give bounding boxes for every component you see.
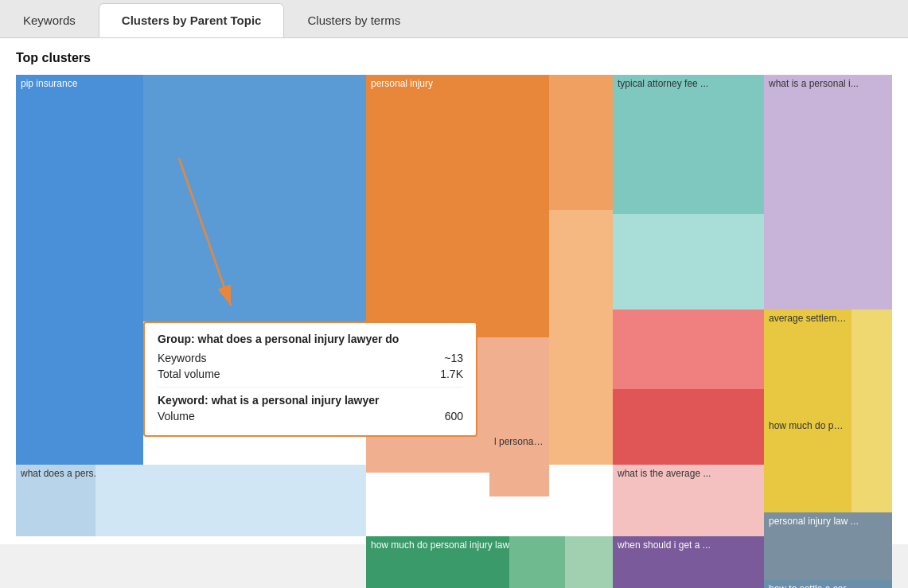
- treemap-cell-when-should-i-get[interactable]: when should i get a ...: [613, 536, 764, 588]
- treemap-cell-orange-med-small-2[interactable]: [581, 337, 613, 401]
- treemap-cell-blue-lighter-sub1[interactable]: [95, 465, 159, 500]
- treemap-cell-blue-lighter-sub5[interactable]: [310, 465, 366, 500]
- treemap-cell-green-sub3[interactable]: [509, 572, 565, 588]
- treemap-cell-how-to-settle-car[interactable]: how to settle a car ...: [764, 580, 892, 588]
- treemap-cell-blue-med-1[interactable]: [143, 75, 267, 321]
- treemap-cell-blue-lighter-sub10[interactable]: [310, 500, 366, 536]
- treemap-cell-blue-lighter-sub7[interactable]: [159, 500, 207, 536]
- tab-clusters-parent[interactable]: Clusters by Parent Topic: [99, 3, 285, 37]
- treemap-cell-blue-med-2[interactable]: [267, 75, 318, 218]
- treemap-cell-blue-med-3[interactable]: [318, 75, 366, 218]
- cell-label-how-to-settle-car: how to settle a car ...: [769, 583, 887, 588]
- cell-label-personal-injury: personal injury: [371, 78, 544, 89]
- tooltip-volume-row: Total volume 1.7K: [158, 368, 463, 380]
- treemap-cell-blue-lighter-sub9[interactable]: [255, 500, 310, 536]
- treemap-cell-average-settlement[interactable]: average settlement...: [764, 310, 851, 417]
- cell-label-pip-insurance: pip insurance: [21, 78, 138, 89]
- top-clusters-heading: Top clusters: [16, 51, 892, 65]
- treemap-cell-green-sub2[interactable]: [565, 536, 613, 572]
- treemap-cell-yellow-light-1[interactable]: [851, 310, 892, 361]
- treemap-cell-orange-small-1[interactable]: [549, 210, 613, 274]
- treemap-cell-how-much-do-pers[interactable]: how much do pers...: [764, 417, 851, 512]
- cell-label-how-much-do-pers: how much do pers...: [769, 420, 847, 431]
- treemap-cell-blue-med-5[interactable]: [318, 218, 366, 321]
- tooltip-divider: [158, 387, 463, 387]
- treemap-cell-yellow-small-1[interactable]: [851, 417, 892, 465]
- treemap-cell-blue-lighter-sub8[interactable]: [207, 500, 255, 536]
- treemap: pip insurancewhat does a pers...personal…: [16, 75, 892, 536]
- cell-label-what-is-a-personal-i: what is a personal i...: [769, 78, 887, 89]
- tooltip-total-volume-label: Total volume: [158, 368, 220, 380]
- treemap-cell-salmon-3[interactable]: l personal injury...: [489, 433, 549, 496]
- treemap-cell-orange-med-small-3[interactable]: [549, 401, 581, 465]
- treemap-cell-yellow-small-2[interactable]: [851, 465, 892, 512]
- tooltip-group-label: Group: what does a personal injury lawye…: [158, 333, 463, 345]
- tooltip-keyword-label: Keyword: what is a personal injury lawye…: [158, 394, 463, 407]
- treemap-cell-orange-med-small-4[interactable]: [581, 401, 613, 465]
- treemap-cell-personal-injury[interactable]: personal injury: [366, 75, 549, 337]
- treemap-cell-orange-med-small-1[interactable]: [549, 337, 581, 401]
- tab-bar: Keywords Clusters by Parent Topic Cluste…: [0, 0, 908, 38]
- treemap-cell-what-is-the-average[interactable]: what is the average ...: [613, 465, 764, 536]
- treemap-cell-red-light-1[interactable]: [613, 310, 688, 389]
- treemap-cell-pip-insurance[interactable]: pip insurance: [16, 75, 143, 465]
- treemap-cell-blue-lighter-sub4[interactable]: [255, 465, 310, 500]
- treemap-cell-typical-attorney-fee[interactable]: typical attorney fee ...: [613, 75, 764, 214]
- treemap-cell-what-is-a-personal-i[interactable]: what is a personal i...: [764, 75, 892, 310]
- treemap-cell-blue-lighter-sub2[interactable]: [159, 465, 207, 500]
- treemap-cell-orange-small-2[interactable]: [549, 274, 613, 337]
- treemap-cell-green-sub1[interactable]: [509, 536, 565, 572]
- tooltip-keywords-row: Keywords ~13: [158, 352, 463, 364]
- treemap-cell-blue-med-4[interactable]: [267, 218, 318, 321]
- cell-label-salmon-3: l personal injury...: [494, 436, 544, 447]
- cell-label-what-is-the-average: what is the average ...: [618, 468, 759, 479]
- tooltip-volume-label: Volume: [158, 410, 195, 423]
- content-area: Top clusters pip insurancewhat does a pe…: [0, 38, 908, 544]
- cell-label-typical-attorney-fee: typical attorney fee ...: [618, 78, 759, 89]
- cell-label-personal-injury-law: personal injury law ...: [769, 516, 887, 527]
- treemap-cell-orange-med-1[interactable]: [549, 75, 613, 210]
- cell-label-average-settlement: average settlement...: [769, 313, 847, 324]
- tooltip: Group: what does a personal injury lawye…: [143, 321, 477, 437]
- treemap-cell-green-sub4[interactable]: [565, 572, 613, 588]
- tab-clusters-terms[interactable]: Clusters by terms: [284, 3, 423, 37]
- tooltip-keywords-label: Keywords: [158, 352, 206, 364]
- treemap-cell-blue-lighter-sub6[interactable]: [95, 500, 159, 536]
- treemap-cell-yellow-light-2[interactable]: [851, 361, 892, 417]
- tooltip-volume-value: 600: [445, 410, 463, 423]
- tooltip-keywords-value: ~13: [444, 352, 463, 364]
- treemap-cell-blue-lighter-sub3[interactable]: [207, 465, 255, 500]
- treemap-cell-personal-injury-law[interactable]: personal injury law ...: [764, 512, 892, 580]
- cell-label-when-should-i-get: when should i get a ...: [618, 539, 759, 551]
- tab-keywords[interactable]: Keywords: [0, 3, 99, 37]
- tooltip-volume-keyword-row: Volume 600: [158, 410, 463, 423]
- treemap-cell-teal-light-2[interactable]: [688, 214, 764, 310]
- treemap-cell-red-light-2[interactable]: [688, 310, 764, 389]
- tooltip-total-volume-value: 1.7K: [440, 368, 463, 380]
- treemap-cell-teal-light-1[interactable]: [613, 214, 688, 310]
